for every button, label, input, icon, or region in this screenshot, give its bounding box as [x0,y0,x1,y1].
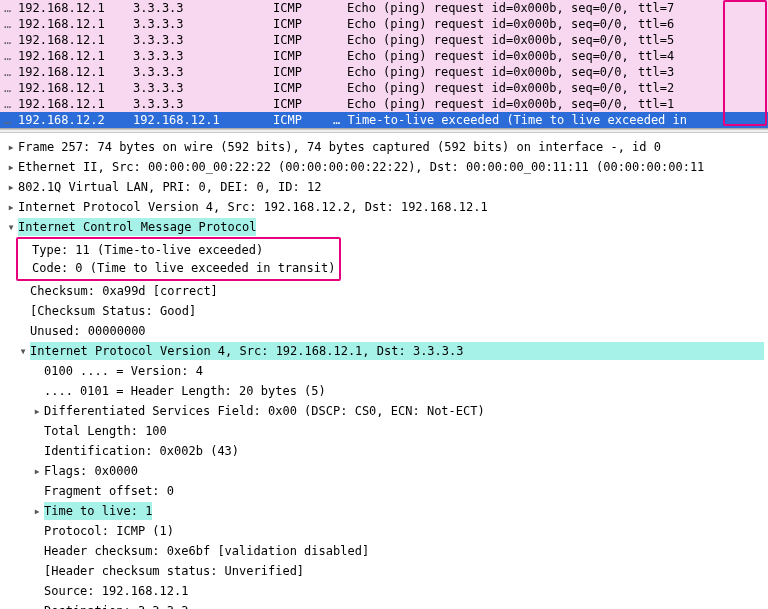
ellipsis-icon [333,49,347,63]
inner-src-row[interactable]: Source: 192.168.12.1 [2,581,766,601]
ipv4-inner-text: Internet Protocol Version 4, Src: 192.16… [30,342,764,360]
ellipsis-icon [333,1,347,15]
col-source: 192.168.12.1 [18,1,133,15]
unused-row[interactable]: Unused: 00000000 [2,321,766,341]
col-destination: 3.3.3.3 [133,17,273,31]
chevron-right-icon: ▸ [30,402,44,420]
checksum-status-text: [Checksum Status: Good] [30,302,196,320]
inner-fragoff-text: Fragment offset: 0 [44,482,174,500]
checksum-status-row[interactable]: [Checksum Status: Good] [2,301,766,321]
packet-row[interactable]: …192.168.12.13.3.3.3ICMP Echo (ping) req… [0,16,768,32]
col-info: Echo (ping) request id=0x000b, seq=0/0, … [347,17,764,31]
col-destination: 3.3.3.3 [133,65,273,79]
chevron-right-icon: ▸ [4,198,18,216]
col-destination: 3.3.3.3 [133,33,273,47]
ellipsis-icon [333,65,347,79]
inner-hlen-row[interactable]: .... 0101 = Header Length: 20 bytes (5) [2,381,766,401]
ellipsis-icon: … [4,17,18,31]
ttl-value: ttl=1 [636,97,676,111]
ellipsis-icon: … [4,1,18,15]
col-source: 192.168.12.2 [18,113,133,127]
inner-version-text: 0100 .... = Version: 4 [44,362,203,380]
packet-details[interactable]: ▸Frame 257: 74 bytes on wire (592 bits),… [0,133,768,609]
packet-row[interactable]: …192.168.12.13.3.3.3ICMP Echo (ping) req… [0,96,768,112]
ellipsis-icon [333,17,347,31]
col-protocol: ICMP [273,97,333,111]
inner-flags-row[interactable]: ▸Flags: 0x0000 [2,461,766,481]
col-protocol: ICMP [273,33,333,47]
packet-row[interactable]: …192.168.12.13.3.3.3ICMP Echo (ping) req… [0,32,768,48]
ipv4-inner-row[interactable]: ▾Internet Protocol Version 4, Src: 192.1… [2,341,766,361]
icmp-header-text: Internet Control Message Protocol [18,218,256,236]
ttl-value: ttl=4 [636,49,676,63]
inner-id-text: Identification: 0x002b (43) [44,442,239,460]
inner-hchk-status-row[interactable]: [Header checksum status: Unverified] [2,561,766,581]
col-protocol: ICMP [273,65,333,79]
ethernet-row[interactable]: ▸Ethernet II, Src: 00:00:00_00:22:22 (00… [2,157,766,177]
ttl-value: ttl=3 [636,65,676,79]
col-info: … Time-to-live exceeded (Time to live ex… [333,113,764,127]
col-info: Echo (ping) request id=0x000b, seq=0/0, … [347,81,764,95]
inner-hchk-row[interactable]: Header checksum: 0xe6bf [validation disa… [2,541,766,561]
col-info: Echo (ping) request id=0x000b, seq=0/0, … [347,1,764,15]
col-info: Echo (ping) request id=0x000b, seq=0/0, … [347,49,764,63]
col-info: Echo (ping) request id=0x000b, seq=0/0, … [347,97,764,111]
col-destination: 3.3.3.3 [133,81,273,95]
col-source: 192.168.12.1 [18,17,133,31]
ellipsis-icon [333,81,347,95]
ethernet-text: Ethernet II, Src: 00:00:00_00:22:22 (00:… [18,158,704,176]
ellipsis-icon: … [4,33,18,47]
chevron-right-icon: ▸ [4,178,18,196]
checksum-row[interactable]: Checksum: 0xa99d [correct] [2,281,766,301]
chevron-right-icon: ▸ [30,462,44,480]
ipv4-outer-row[interactable]: ▸Internet Protocol Version 4, Src: 192.1… [2,197,766,217]
frame-text: Frame 257: 74 bytes on wire (592 bits), … [18,138,661,156]
inner-hchk-text: Header checksum: 0xe6bf [validation disa… [44,542,369,560]
packet-row[interactable]: …192.168.12.13.3.3.3ICMP Echo (ping) req… [0,0,768,16]
inner-proto-row[interactable]: Protocol: ICMP (1) [2,521,766,541]
col-source: 192.168.12.1 [18,81,133,95]
inner-version-row[interactable]: 0100 .... = Version: 4 [2,361,766,381]
col-info: Echo (ping) request id=0x000b, seq=0/0, … [347,33,764,47]
icmp-code: Code: 0 (Time to live exceeded in transi… [32,259,335,277]
col-destination: 3.3.3.3 [133,1,273,15]
checksum-text: Checksum: 0xa99d [correct] [30,282,218,300]
inner-hlen-text: .... 0101 = Header Length: 20 bytes (5) [44,382,326,400]
col-source: 192.168.12.1 [18,33,133,47]
inner-id-row[interactable]: Identification: 0x002b (43) [2,441,766,461]
inner-dst-text: Destination: 3.3.3.3 [44,602,189,609]
inner-flags-text: Flags: 0x0000 [44,462,138,480]
packet-list[interactable]: …192.168.12.13.3.3.3ICMP Echo (ping) req… [0,0,768,129]
packet-row[interactable]: …192.168.12.2192.168.12.1ICMP… Time-to-l… [0,112,768,128]
type-code-highlight-box: Type: 11 (Time-to-live exceeded) Code: 0… [16,237,341,281]
ttl-value: ttl=5 [636,33,676,47]
col-source: 192.168.12.1 [18,97,133,111]
frame-row[interactable]: ▸Frame 257: 74 bytes on wire (592 bits),… [2,137,766,157]
ellipsis-icon: … [4,81,18,95]
packet-row[interactable]: …192.168.12.13.3.3.3ICMP Echo (ping) req… [0,80,768,96]
inner-src-text: Source: 192.168.12.1 [44,582,189,600]
col-source: 192.168.12.1 [18,65,133,79]
inner-ttl-row[interactable]: ▸Time to live: 1 [2,501,766,521]
col-destination: 3.3.3.3 [133,97,273,111]
col-protocol: ICMP [273,81,333,95]
icmp-row[interactable]: ▾Internet Control Message Protocol [2,217,766,237]
inner-fragoff-row[interactable]: Fragment offset: 0 [2,481,766,501]
inner-dst-row[interactable]: Destination: 3.3.3.3 [2,601,766,609]
chevron-down-icon: ▾ [16,342,30,360]
inner-dsf-row[interactable]: ▸Differentiated Services Field: 0x00 (DS… [2,401,766,421]
inner-proto-text: Protocol: ICMP (1) [44,522,174,540]
inner-hchk-status-text: [Header checksum status: Unverified] [44,562,304,580]
ttl-value: ttl=2 [636,81,676,95]
vlan-row[interactable]: ▸802.1Q Virtual LAN, PRI: 0, DEI: 0, ID:… [2,177,766,197]
chevron-right-icon: ▸ [4,138,18,156]
ellipsis-icon: … [4,49,18,63]
packet-row[interactable]: …192.168.12.13.3.3.3ICMP Echo (ping) req… [0,64,768,80]
inner-ttl-text: Time to live: 1 [44,502,152,520]
vlan-text: 802.1Q Virtual LAN, PRI: 0, DEI: 0, ID: … [18,178,321,196]
inner-tlen-row[interactable]: Total Length: 100 [2,421,766,441]
packet-row[interactable]: …192.168.12.13.3.3.3ICMP Echo (ping) req… [0,48,768,64]
col-protocol: ICMP [273,49,333,63]
inner-dsf-text: Differentiated Services Field: 0x00 (DSC… [44,402,485,420]
ipv4-outer-text: Internet Protocol Version 4, Src: 192.16… [18,198,488,216]
